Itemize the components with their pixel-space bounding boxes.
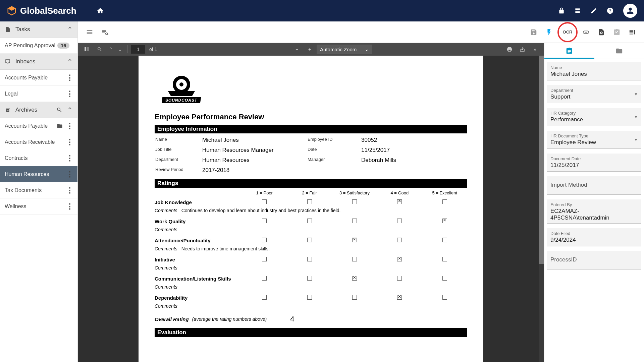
more-icon[interactable]: ⋮ xyxy=(66,170,73,179)
more-icon[interactable]: ⋮ xyxy=(66,154,73,163)
metadata-field[interactable]: HR CategoryPerformance▼ xyxy=(547,108,641,126)
sidebar-section-archives[interactable]: Archives ⌃ xyxy=(0,102,77,118)
checkbox xyxy=(307,199,312,204)
edit-icon[interactable] xyxy=(590,7,597,14)
checkbox xyxy=(307,295,312,300)
rating-comments: Comments xyxy=(155,303,467,312)
section-evaluation: Evaluation xyxy=(155,328,467,337)
app-logo[interactable]: GlobalSearch xyxy=(7,6,76,16)
tasks-label: Tasks xyxy=(15,26,67,33)
document-page: SOUNDCOAST Employee Performance Review E… xyxy=(139,56,483,362)
chevron-down-icon: ▼ xyxy=(634,92,638,97)
header-actions: ? xyxy=(558,4,637,18)
tab-fields[interactable] xyxy=(544,43,594,59)
folder-icon xyxy=(57,123,63,129)
sidebar-item-accounts-receivable[interactable]: Accounts Receivable ⋮ xyxy=(0,134,77,150)
chevron-up-icon: ⌃ xyxy=(67,25,73,34)
metadata-field[interactable]: Document Date11/25/2017 xyxy=(547,154,641,172)
more-icon[interactable]: ⋮ xyxy=(66,186,73,195)
rating-comments: Comments xyxy=(155,226,467,236)
search-list-icon[interactable] xyxy=(97,24,113,40)
app-header: GlobalSearch ? xyxy=(0,0,644,21)
archive-icon xyxy=(5,107,11,113)
checkbox xyxy=(352,257,357,261)
document-scroll[interactable]: SOUNDCOAST Employee Performance Review E… xyxy=(78,56,544,362)
checkbox xyxy=(397,199,402,204)
checkbox xyxy=(442,199,447,204)
server-icon[interactable] xyxy=(574,7,581,14)
save-icon[interactable] xyxy=(526,24,541,40)
viewer-scrollbar[interactable] xyxy=(539,56,544,362)
panel-toggle-icon[interactable] xyxy=(625,24,640,40)
page-up-icon[interactable]: ⌃ xyxy=(107,44,115,54)
more-icon[interactable]: ⋮ xyxy=(66,73,73,82)
more-icon[interactable]: ⋮ xyxy=(66,122,73,130)
checkbox xyxy=(307,276,312,281)
find-icon[interactable] xyxy=(94,44,105,54)
checkbox xyxy=(397,276,402,281)
sidebar-item-accounts-payable[interactable]: Accounts Payable ⋮ xyxy=(0,118,77,134)
inboxes-label: Inboxes xyxy=(15,58,67,65)
zoom-out-icon[interactable]: − xyxy=(291,44,303,54)
rating-row: Work Quality xyxy=(155,217,467,226)
print-icon[interactable] xyxy=(504,44,515,54)
metadata-field[interactable]: Date Filed9/24/2024 xyxy=(547,228,641,246)
checkbox xyxy=(352,238,357,242)
sidebar-item-accounts-payable-inbox[interactable]: Accounts Payable ⋮ xyxy=(0,70,77,86)
clipboard-icon[interactable] xyxy=(609,24,625,40)
more-tools-icon[interactable]: » xyxy=(529,44,541,54)
zoom-select[interactable]: Automatic Zoom⌄ xyxy=(317,45,372,54)
rating-row: Communication/Listening Skills xyxy=(155,274,467,284)
checkbox xyxy=(352,276,357,281)
checkbox xyxy=(397,295,402,300)
document-logo: SOUNDCOAST xyxy=(155,68,208,108)
help-icon[interactable]: ? xyxy=(606,7,614,14)
metadata-field[interactable]: Entered ByEC2AMAZ-4P5CSNA\tenantadmin xyxy=(547,199,641,224)
metadata-field[interactable]: ProcessID xyxy=(547,251,641,269)
zoom-in-icon[interactable]: + xyxy=(304,44,315,54)
download-icon[interactable] xyxy=(517,44,528,54)
checkbox xyxy=(262,199,267,204)
pdf-toolbar: ⌃ ⌄ of 1 − + Automatic Zoom⌄ » xyxy=(78,43,544,56)
more-icon[interactable]: ⋮ xyxy=(66,202,73,211)
checkbox xyxy=(442,238,447,242)
search-icon[interactable] xyxy=(56,107,62,113)
chevron-up-icon: ⌃ xyxy=(67,58,73,66)
metadata-field[interactable]: NameMichael Jones xyxy=(547,62,641,80)
checkbox xyxy=(352,219,357,223)
sidebar-section-inboxes[interactable]: Inboxes ⌃ xyxy=(0,54,77,70)
metadata-field[interactable]: Import Method xyxy=(547,176,641,195)
tab-folder[interactable] xyxy=(594,43,644,59)
home-icon[interactable] xyxy=(97,7,104,14)
chevron-down-icon: ⌄ xyxy=(365,46,369,52)
sidebar-item-legal[interactable]: Legal ⋮ xyxy=(0,86,77,102)
sidebar-section-tasks[interactable]: Tasks ⌃ xyxy=(0,21,77,38)
checkbox xyxy=(397,238,402,242)
employee-info-grid: Name Michael Jones Employee ID 30052 Job… xyxy=(155,133,467,177)
sidebar-item-contracts[interactable]: Contracts ⋮ xyxy=(0,150,77,166)
sidebar-item-tax-documents[interactable]: Tax Documents ⋮ xyxy=(0,182,77,198)
link-icon[interactable] xyxy=(578,24,594,40)
checkbox xyxy=(262,295,267,300)
sidebar-item-wellness[interactable]: Wellness ⋮ xyxy=(0,198,77,215)
sidebar-item-human-resources[interactable]: Human Resources ⋮ xyxy=(0,166,77,182)
page-number-input[interactable] xyxy=(131,45,145,54)
metadata-field[interactable]: HR Document TypeEmployee Review▼ xyxy=(547,131,641,149)
user-avatar[interactable] xyxy=(623,4,637,18)
svg-text:?: ? xyxy=(609,8,611,13)
chevron-down-icon: ▼ xyxy=(634,137,638,142)
metadata-field[interactable]: DepartmentSupport▼ xyxy=(547,85,641,103)
page-count: of 1 xyxy=(149,47,157,52)
doc-search-icon[interactable] xyxy=(594,24,609,40)
more-icon[interactable]: ⋮ xyxy=(66,89,73,98)
bolt-icon[interactable] xyxy=(541,24,557,40)
panel-fields: NameMichael JonesDepartmentSupport▼HR Ca… xyxy=(544,59,644,362)
lock-icon[interactable] xyxy=(558,7,565,14)
sidebar-item-ap-pending[interactable]: AP Pending Approval 16 xyxy=(0,38,77,54)
checkbox xyxy=(442,276,447,281)
page-down-icon[interactable]: ⌄ xyxy=(116,44,124,54)
menu-icon[interactable] xyxy=(82,24,97,40)
more-icon[interactable]: ⋮ xyxy=(66,138,73,146)
sidebar-toggle-icon[interactable] xyxy=(81,44,93,54)
ocr-button[interactable]: OCR xyxy=(557,22,578,42)
